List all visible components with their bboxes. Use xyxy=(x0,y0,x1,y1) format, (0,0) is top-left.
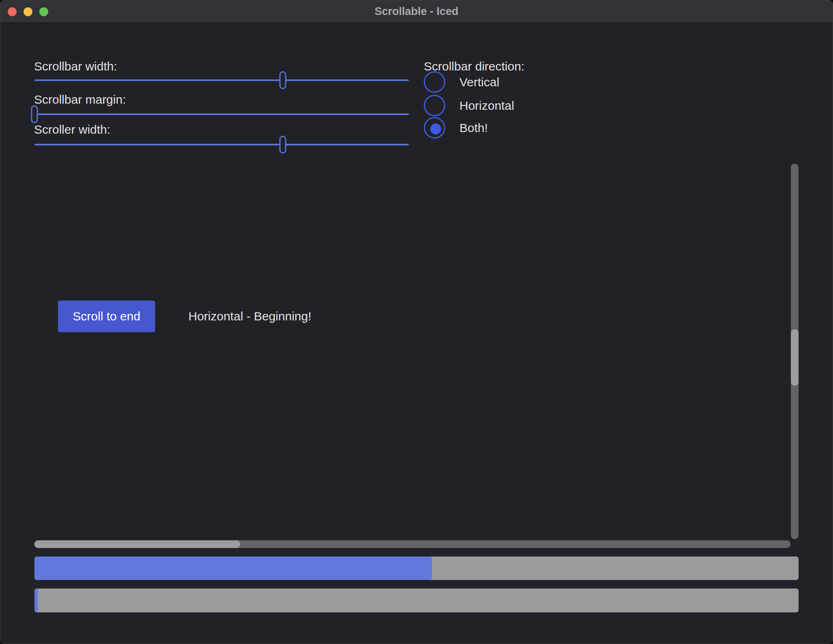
scrollbar-margin-label: Scrollbar margin: xyxy=(34,93,126,107)
progress-fill xyxy=(34,557,432,580)
radio-vertical-label: Vertical xyxy=(459,71,499,93)
slider-rail xyxy=(34,113,409,115)
scrollbar-margin-slider[interactable] xyxy=(34,105,409,123)
progress-bar-horizontal xyxy=(34,557,799,580)
radio-dot-icon xyxy=(430,124,441,134)
vertical-scrollbar-scroller[interactable] xyxy=(791,329,799,386)
scroll-status-text: Horizontal - Beginning! xyxy=(188,309,312,324)
horizontal-scrollbar-track[interactable] xyxy=(34,540,790,548)
app-window: Scrollable - Iced Scrollbar width: Scrol… xyxy=(0,0,833,644)
radio-horizontal-label: Horizontal xyxy=(459,95,514,116)
scroller-width-label: Scroller width: xyxy=(34,123,110,136)
progress-fill xyxy=(34,589,38,612)
radio-circle-icon xyxy=(424,117,445,139)
window-title: Scrollable - Iced xyxy=(0,0,833,23)
progress-bar-vertical xyxy=(34,589,799,612)
radio-both-label: Both! xyxy=(459,117,488,139)
vertical-scrollbar-track[interactable] xyxy=(791,164,799,539)
scroller-width-slider[interactable] xyxy=(34,136,409,154)
radio-circle-icon xyxy=(424,95,445,116)
slider-handle[interactable] xyxy=(279,136,286,154)
slider-rail xyxy=(34,144,409,145)
scrollbar-width-slider[interactable] xyxy=(34,71,409,89)
scroll-to-end-button[interactable]: Scroll to end xyxy=(58,301,155,332)
horizontal-scrollbar-scroller[interactable] xyxy=(34,540,240,548)
slider-handle[interactable] xyxy=(279,71,286,89)
radio-circle-icon xyxy=(424,71,445,93)
title-bar: Scrollable - Iced xyxy=(0,0,833,23)
slider-handle[interactable] xyxy=(31,105,38,123)
slider-rail xyxy=(34,79,409,81)
